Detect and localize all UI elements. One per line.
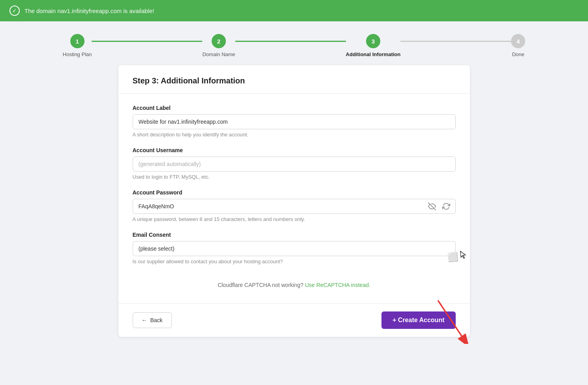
- step-2-circle: 2: [212, 34, 226, 48]
- account-password-group: Account Password: [133, 189, 456, 222]
- check-circle-icon: [9, 6, 20, 16]
- progress-stepper: 1 Hosting Plan 2 Domain Name 3 Additiona…: [0, 21, 588, 65]
- create-account-button[interactable]: + Create Account: [381, 311, 455, 329]
- connector-1-2: [92, 41, 202, 42]
- form-card: Step 3: Additional Information Account L…: [118, 65, 470, 337]
- notification-banner: The domain nav1.infinityfreeapp.com is a…: [0, 0, 588, 21]
- connector-2-3: [235, 41, 346, 42]
- email-consent-select[interactable]: (please select) Yes No: [133, 241, 456, 256]
- back-button[interactable]: ← Back: [133, 312, 172, 328]
- captcha-text: Cloudflare CAPTCHA not working?: [218, 282, 303, 288]
- email-consent-hint: Is our supplier allowed to contact you a…: [133, 259, 456, 264]
- password-icons: [426, 201, 452, 212]
- step-4: 4 Done: [511, 34, 525, 57]
- step-2: 2 Domain Name: [202, 34, 235, 57]
- account-label-hint: A short description to help you identify…: [133, 132, 456, 138]
- card-header: Step 3: Additional Information: [118, 65, 470, 94]
- step-2-label: Domain Name: [202, 51, 235, 57]
- account-username-label: Account Username: [133, 147, 456, 153]
- account-username-input[interactable]: [133, 157, 456, 172]
- account-password-hint: A unique password, between 8 and 15 char…: [133, 216, 456, 222]
- account-username-hint: Used to login to FTP, MySQL, etc.: [133, 174, 456, 180]
- card-footer: ← Back + Create Account: [118, 303, 470, 337]
- create-account-label: + Create Account: [393, 317, 444, 324]
- email-consent-label: Email Consent: [133, 232, 456, 238]
- captcha-note: Cloudflare CAPTCHA not working? Use ReCA…: [133, 274, 456, 292]
- account-username-group: Account Username Used to login to FTP, M…: [133, 147, 456, 180]
- back-button-label: Back: [150, 317, 163, 323]
- connector-3-4: [400, 41, 511, 42]
- back-arrow-icon: ←: [142, 317, 147, 323]
- card-title: Step 3: Additional Information: [133, 76, 456, 85]
- account-label-group: Account Label A short description to hel…: [133, 105, 456, 138]
- step-3: 3 Additional Information: [346, 34, 401, 57]
- regenerate-password-button[interactable]: [441, 201, 452, 212]
- step-3-circle: 3: [366, 34, 380, 48]
- step-1-circle: 1: [70, 34, 85, 48]
- toggle-password-visibility-button[interactable]: [426, 201, 438, 212]
- step-1: 1 Hosting Plan: [63, 34, 92, 57]
- password-wrapper: [133, 199, 456, 214]
- account-password-label: Account Password: [133, 189, 456, 196]
- notification-text: The domain nav1.infinityfreeapp.com is a…: [24, 8, 154, 14]
- main-content: Step 3: Additional Information Account L…: [0, 65, 588, 353]
- step-4-circle: 4: [511, 34, 525, 48]
- step-3-label: Additional Information: [346, 51, 401, 57]
- account-password-input[interactable]: [133, 199, 456, 214]
- account-label-label: Account Label: [133, 105, 456, 111]
- step-4-label: Done: [512, 51, 524, 57]
- account-label-input[interactable]: [133, 114, 456, 129]
- recaptcha-link[interactable]: Use ReCAPTCHA instead.: [305, 282, 370, 288]
- step-1-label: Hosting Plan: [63, 51, 92, 57]
- card-body: Account Label A short description to hel…: [118, 94, 470, 303]
- email-consent-group: Email Consent (please select) Yes No Is …: [133, 232, 456, 264]
